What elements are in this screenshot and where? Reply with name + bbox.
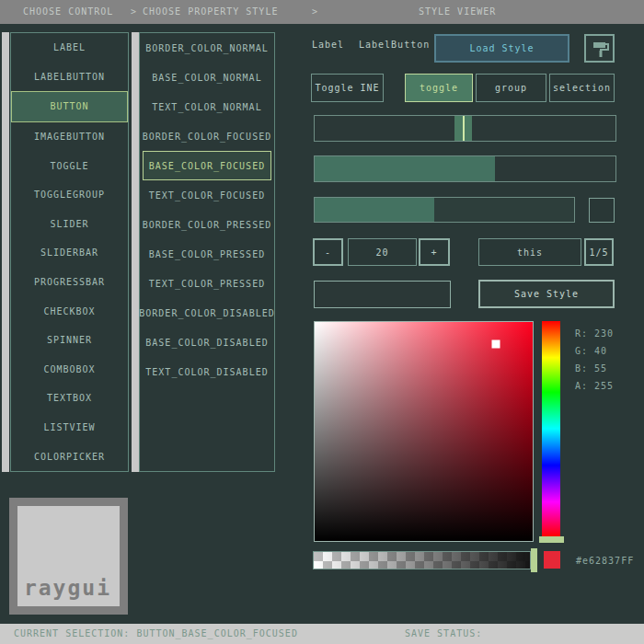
chevron-right-icon: > xyxy=(131,0,137,24)
control-item-colorpicker[interactable]: COLORPICKER xyxy=(11,442,128,471)
combobox-counter-label: 1/5 xyxy=(589,247,608,258)
property-item-base_color_pressed[interactable]: BASE_COLOR_PRESSED xyxy=(140,239,274,269)
sliderbar-fill xyxy=(315,156,495,181)
color-picker-panel[interactable] xyxy=(314,321,534,542)
hue-slider-handle[interactable] xyxy=(539,536,564,543)
combobox-value-label: this xyxy=(517,247,543,258)
save-status: SAVE STATUS: xyxy=(405,624,482,644)
spinner-value[interactable]: 20 xyxy=(348,238,417,266)
properties-list: BORDER_COLOR_NORMALBASE_COLOR_NORMALTEXT… xyxy=(139,32,275,472)
controls-list: LABELLABELBUTTONBUTTONIMAGEBUTTONTOGGLET… xyxy=(10,32,129,472)
hue-slider[interactable] xyxy=(542,321,560,536)
header-choose-control: CHOOSE CONTROL xyxy=(23,0,113,24)
combobox-counter-button[interactable]: 1/5 xyxy=(584,238,614,266)
top-bar: CHOOSE CONTROL > CHOOSE PROPERTY STYLE >… xyxy=(0,0,644,24)
control-item-imagebutton[interactable]: IMAGEBUTTON xyxy=(11,122,128,152)
property-item-border_color_focused[interactable]: BORDER_COLOR_FOCUSED xyxy=(140,121,274,151)
raygui-logo: raygui xyxy=(9,498,128,615)
control-item-toggle[interactable]: TOGGLE xyxy=(11,151,128,180)
property-item-border_color_pressed[interactable]: BORDER_COLOR_PRESSED xyxy=(140,210,274,239)
progressbar-fill xyxy=(315,198,434,222)
control-item-label[interactable]: LABEL xyxy=(11,33,128,63)
properties-list-scrollbar[interactable] xyxy=(132,32,139,472)
blue-value-label: B: 55 xyxy=(575,363,607,374)
image-button[interactable] xyxy=(584,34,615,63)
control-item-togglegroup[interactable]: TOGGLEGROUP xyxy=(11,180,128,210)
property-item-base_color_focused[interactable]: BASE_COLOR_FOCUSED xyxy=(143,151,271,180)
control-item-sliderbar[interactable]: SLIDERBAR xyxy=(11,238,128,268)
toggle-group-option-selection[interactable]: selection xyxy=(549,74,615,102)
plus-icon: + xyxy=(431,247,437,258)
control-item-spinner[interactable]: SPINNER xyxy=(11,326,128,355)
header-choose-property-style: CHOOSE PROPERTY STYLE xyxy=(143,0,278,24)
hex-color-label: #e62837FF xyxy=(576,556,634,566)
control-item-textbox[interactable]: TEXTBOX xyxy=(11,384,128,413)
raygui-logo-text: raygui xyxy=(24,576,111,600)
property-item-base_color_disabled[interactable]: BASE_COLOR_DISABLED xyxy=(140,328,274,357)
save-style-button[interactable]: Save Style xyxy=(478,280,615,308)
slider-handle[interactable] xyxy=(454,116,472,141)
red-value-label: R: 230 xyxy=(575,328,614,339)
property-item-text_color_disabled[interactable]: TEXT_COLOR_DISABLED xyxy=(140,357,274,386)
property-item-base_color_normal[interactable]: BASE_COLOR_NORMAL xyxy=(140,63,274,92)
property-item-text_color_pressed[interactable]: TEXT_COLOR_PRESSED xyxy=(140,269,274,298)
green-value-label: G: 40 xyxy=(575,346,607,356)
checkbox[interactable] xyxy=(589,198,615,223)
chevron-right-icon: > xyxy=(312,0,318,24)
status-bar: CURRENT SELECTION: BUTTON_BASE_COLOR_FOC… xyxy=(0,624,644,644)
sliderbar[interactable] xyxy=(314,155,616,182)
labelbutton-sample[interactable]: LabelButton xyxy=(359,40,430,50)
save-style-label: Save Style xyxy=(514,289,579,299)
property-item-text_color_normal[interactable]: TEXT_COLOR_NORMAL xyxy=(140,92,274,121)
control-item-labelbutton[interactable]: LABELBUTTON xyxy=(11,63,128,92)
combobox-value[interactable]: this xyxy=(478,238,581,266)
control-item-checkbox[interactable]: CHECKBOX xyxy=(11,296,128,326)
property-item-border_color_disabled[interactable]: BORDER_COLOR_DISABLED xyxy=(140,298,274,328)
current-selection-status: CURRENT SELECTION: BUTTON_BASE_COLOR_FOC… xyxy=(14,624,298,644)
minus-icon: - xyxy=(325,247,331,258)
toggle-group-option-toggle[interactable]: toggle xyxy=(405,74,473,102)
toggle-group-label: toggle xyxy=(420,83,458,93)
color-picker-cursor[interactable] xyxy=(491,339,500,348)
control-item-progressbar[interactable]: PROGRESSBAR xyxy=(11,268,128,297)
selected-color-swatch xyxy=(544,551,560,569)
property-item-border_color_normal[interactable]: BORDER_COLOR_NORMAL xyxy=(140,33,274,63)
toggle-group-label: selection xyxy=(553,83,611,93)
spinner-decrement-button[interactable]: - xyxy=(313,238,343,266)
toggle-group-label: group xyxy=(495,83,527,93)
load-style-label: Load Style xyxy=(469,43,534,53)
control-item-slider[interactable]: SLIDER xyxy=(11,210,128,239)
alpha-value-label: A: 255 xyxy=(575,381,614,391)
controls-list-scrollbar[interactable] xyxy=(2,32,9,472)
load-style-button[interactable]: Load Style xyxy=(434,34,569,63)
toggle-inactive-label: Toggle INE xyxy=(315,83,379,93)
alpha-slider[interactable] xyxy=(313,551,531,569)
rguistyler-window: CHOOSE CONTROL > CHOOSE PROPERTY STYLE >… xyxy=(0,0,644,644)
spinner-value-label: 20 xyxy=(375,247,388,258)
paint-roller-icon xyxy=(591,40,609,58)
toggle-group-option-group[interactable]: group xyxy=(476,74,546,102)
label-sample: Label xyxy=(312,40,344,50)
textbox-input[interactable] xyxy=(314,281,451,308)
progressbar xyxy=(314,197,575,223)
control-item-combobox[interactable]: COMBOBOX xyxy=(11,355,128,385)
control-item-button[interactable]: BUTTON xyxy=(11,91,128,122)
toggle-inactive-button[interactable]: Toggle INE xyxy=(311,74,384,102)
slider-handle-line xyxy=(463,116,465,141)
spinner-increment-button[interactable]: + xyxy=(419,238,450,266)
property-item-text_color_focused[interactable]: TEXT_COLOR_FOCUSED xyxy=(140,180,274,210)
control-item-listview[interactable]: LISTVIEW xyxy=(11,413,128,443)
header-style-viewer: STYLE VIEWER xyxy=(419,0,496,24)
slider[interactable] xyxy=(314,115,616,142)
alpha-slider-handle[interactable] xyxy=(531,548,537,572)
